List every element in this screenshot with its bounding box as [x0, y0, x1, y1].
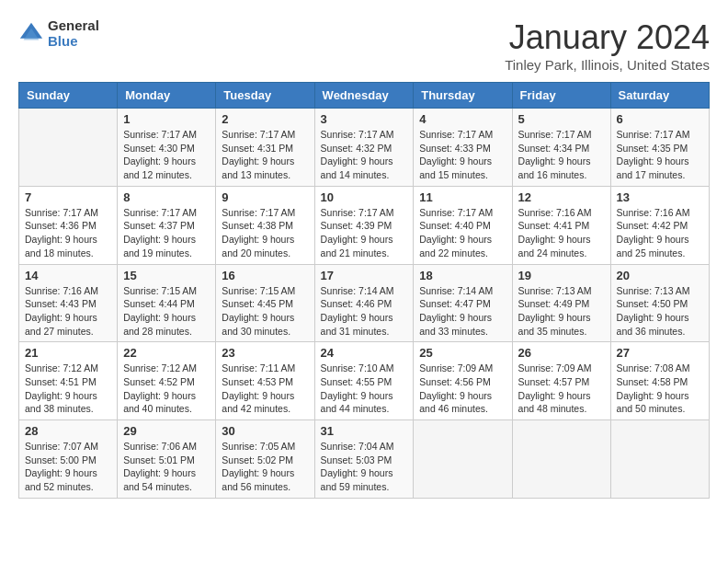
calendar-cell: 31Sunrise: 7:04 AM Sunset: 5:03 PM Dayli…	[314, 420, 414, 499]
day-number: 9	[222, 190, 308, 204]
day-info: Sunrise: 7:10 AM Sunset: 4:55 PM Dayligh…	[321, 362, 408, 416]
day-number: 4	[419, 112, 506, 126]
calendar-table: SundayMondayTuesdayWednesdayThursdayFrid…	[18, 82, 710, 499]
calendar-cell: 8Sunrise: 7:17 AM Sunset: 4:37 PM Daylig…	[118, 186, 216, 264]
calendar-cell: 22Sunrise: 7:12 AM Sunset: 4:52 PM Dayli…	[118, 342, 216, 420]
day-number: 7	[25, 190, 111, 204]
day-number: 8	[123, 190, 210, 204]
calendar-cell: 18Sunrise: 7:14 AM Sunset: 4:47 PM Dayli…	[414, 264, 512, 342]
day-number: 10	[321, 190, 408, 204]
day-info: Sunrise: 7:12 AM Sunset: 4:51 PM Dayligh…	[25, 362, 111, 416]
calendar-header-sunday: Sunday	[19, 83, 118, 109]
day-info: Sunrise: 7:17 AM Sunset: 4:39 PM Dayligh…	[321, 206, 408, 260]
calendar-header-wednesday: Wednesday	[314, 83, 414, 109]
day-info: Sunrise: 7:16 AM Sunset: 4:43 PM Dayligh…	[25, 284, 111, 339]
day-info: Sunrise: 7:13 AM Sunset: 4:50 PM Dayligh…	[617, 284, 703, 339]
day-number: 16	[222, 269, 308, 282]
day-info: Sunrise: 7:09 AM Sunset: 4:56 PM Dayligh…	[419, 362, 506, 416]
logo-general-text: General	[48, 18, 99, 34]
calendar-cell: 14Sunrise: 7:16 AM Sunset: 4:43 PM Dayli…	[19, 264, 118, 342]
calendar-cell: 2Sunrise: 7:17 AM Sunset: 4:31 PM Daylig…	[216, 109, 314, 187]
day-number: 17	[321, 269, 408, 282]
calendar-cell: 30Sunrise: 7:05 AM Sunset: 5:02 PM Dayli…	[216, 420, 314, 499]
calendar-cell	[19, 109, 118, 187]
day-number: 26	[518, 346, 605, 360]
day-number: 27	[617, 346, 703, 360]
calendar-week-4: 21Sunrise: 7:12 AM Sunset: 4:51 PM Dayli…	[19, 342, 710, 420]
calendar-cell	[610, 420, 709, 499]
calendar-cell: 1Sunrise: 7:17 AM Sunset: 4:30 PM Daylig…	[118, 109, 216, 187]
day-number: 11	[419, 190, 506, 204]
calendar-cell	[512, 420, 610, 499]
day-number: 13	[617, 190, 703, 204]
day-number: 14	[25, 269, 111, 282]
calendar-cell: 29Sunrise: 7:06 AM Sunset: 5:01 PM Dayli…	[118, 420, 216, 499]
calendar-week-1: 1Sunrise: 7:17 AM Sunset: 4:30 PM Daylig…	[19, 109, 710, 187]
calendar-cell: 12Sunrise: 7:16 AM Sunset: 4:41 PM Dayli…	[512, 186, 610, 264]
day-info: Sunrise: 7:07 AM Sunset: 5:00 PM Dayligh…	[25, 440, 111, 494]
day-info: Sunrise: 7:17 AM Sunset: 4:36 PM Dayligh…	[25, 206, 111, 260]
day-info: Sunrise: 7:11 AM Sunset: 4:53 PM Dayligh…	[222, 362, 308, 416]
day-info: Sunrise: 7:15 AM Sunset: 4:44 PM Dayligh…	[123, 284, 210, 339]
day-number: 24	[321, 346, 408, 360]
day-number: 23	[222, 346, 308, 360]
calendar-cell: 7Sunrise: 7:17 AM Sunset: 4:36 PM Daylig…	[19, 186, 118, 264]
day-info: Sunrise: 7:14 AM Sunset: 4:46 PM Dayligh…	[321, 284, 408, 339]
logo-blue-text: Blue	[48, 34, 99, 50]
day-info: Sunrise: 7:12 AM Sunset: 4:52 PM Dayligh…	[123, 362, 210, 416]
calendar-cell: 26Sunrise: 7:09 AM Sunset: 4:57 PM Dayli…	[512, 342, 610, 420]
location-title: Tinley Park, Illinois, United States	[505, 57, 710, 73]
day-info: Sunrise: 7:17 AM Sunset: 4:30 PM Dayligh…	[123, 128, 210, 182]
day-number: 2	[222, 112, 308, 126]
day-number: 21	[25, 346, 111, 360]
calendar-cell: 21Sunrise: 7:12 AM Sunset: 4:51 PM Dayli…	[19, 342, 118, 420]
calendar-cell: 4Sunrise: 7:17 AM Sunset: 4:33 PM Daylig…	[414, 109, 512, 187]
calendar-cell: 23Sunrise: 7:11 AM Sunset: 4:53 PM Dayli…	[216, 342, 314, 420]
day-number: 22	[123, 346, 210, 360]
day-number: 6	[617, 112, 703, 126]
calendar-header-tuesday: Tuesday	[216, 83, 314, 109]
day-info: Sunrise: 7:17 AM Sunset: 4:37 PM Dayligh…	[123, 206, 210, 260]
calendar-cell: 25Sunrise: 7:09 AM Sunset: 4:56 PM Dayli…	[414, 342, 512, 420]
calendar-cell: 15Sunrise: 7:15 AM Sunset: 4:44 PM Dayli…	[118, 264, 216, 342]
calendar-cell: 27Sunrise: 7:08 AM Sunset: 4:58 PM Dayli…	[610, 342, 709, 420]
calendar-cell: 13Sunrise: 7:16 AM Sunset: 4:42 PM Dayli…	[610, 186, 709, 264]
calendar-header-thursday: Thursday	[414, 83, 512, 109]
day-number: 29	[123, 424, 210, 438]
day-number: 30	[222, 424, 308, 438]
calendar-cell	[414, 420, 512, 499]
calendar-cell: 6Sunrise: 7:17 AM Sunset: 4:35 PM Daylig…	[610, 109, 709, 187]
day-number: 3	[321, 112, 408, 126]
day-info: Sunrise: 7:09 AM Sunset: 4:57 PM Dayligh…	[518, 362, 605, 416]
day-number: 1	[123, 112, 210, 126]
day-number: 5	[518, 112, 605, 126]
day-info: Sunrise: 7:04 AM Sunset: 5:03 PM Dayligh…	[321, 440, 408, 494]
day-info: Sunrise: 7:17 AM Sunset: 4:38 PM Dayligh…	[222, 206, 308, 260]
logo-icon	[18, 21, 44, 47]
calendar-cell: 24Sunrise: 7:10 AM Sunset: 4:55 PM Dayli…	[314, 342, 414, 420]
calendar-cell: 9Sunrise: 7:17 AM Sunset: 4:38 PM Daylig…	[216, 186, 314, 264]
calendar-cell: 10Sunrise: 7:17 AM Sunset: 4:39 PM Dayli…	[314, 186, 414, 264]
day-number: 28	[25, 424, 111, 438]
calendar-cell: 28Sunrise: 7:07 AM Sunset: 5:00 PM Dayli…	[19, 420, 118, 499]
day-number: 15	[123, 269, 210, 282]
day-number: 12	[518, 190, 605, 204]
page-header: General Blue January 2024 Tinley Park, I…	[18, 18, 710, 73]
calendar-week-2: 7Sunrise: 7:17 AM Sunset: 4:36 PM Daylig…	[19, 186, 710, 264]
day-info: Sunrise: 7:15 AM Sunset: 4:45 PM Dayligh…	[222, 284, 308, 339]
day-info: Sunrise: 7:17 AM Sunset: 4:33 PM Dayligh…	[419, 128, 506, 182]
calendar-header-monday: Monday	[118, 83, 216, 109]
calendar-cell: 19Sunrise: 7:13 AM Sunset: 4:49 PM Dayli…	[512, 264, 610, 342]
title-block: January 2024 Tinley Park, Illinois, Unit…	[505, 18, 710, 73]
month-title: January 2024	[505, 18, 710, 57]
calendar-header-saturday: Saturday	[610, 83, 709, 109]
day-info: Sunrise: 7:05 AM Sunset: 5:02 PM Dayligh…	[222, 440, 308, 494]
calendar-cell: 3Sunrise: 7:17 AM Sunset: 4:32 PM Daylig…	[314, 109, 414, 187]
day-info: Sunrise: 7:16 AM Sunset: 4:42 PM Dayligh…	[617, 206, 703, 260]
day-number: 31	[321, 424, 408, 438]
calendar-header-friday: Friday	[512, 83, 610, 109]
day-info: Sunrise: 7:08 AM Sunset: 4:58 PM Dayligh…	[617, 362, 703, 416]
day-info: Sunrise: 7:14 AM Sunset: 4:47 PM Dayligh…	[419, 284, 506, 339]
day-info: Sunrise: 7:17 AM Sunset: 4:31 PM Dayligh…	[222, 128, 308, 182]
calendar-cell: 5Sunrise: 7:17 AM Sunset: 4:34 PM Daylig…	[512, 109, 610, 187]
